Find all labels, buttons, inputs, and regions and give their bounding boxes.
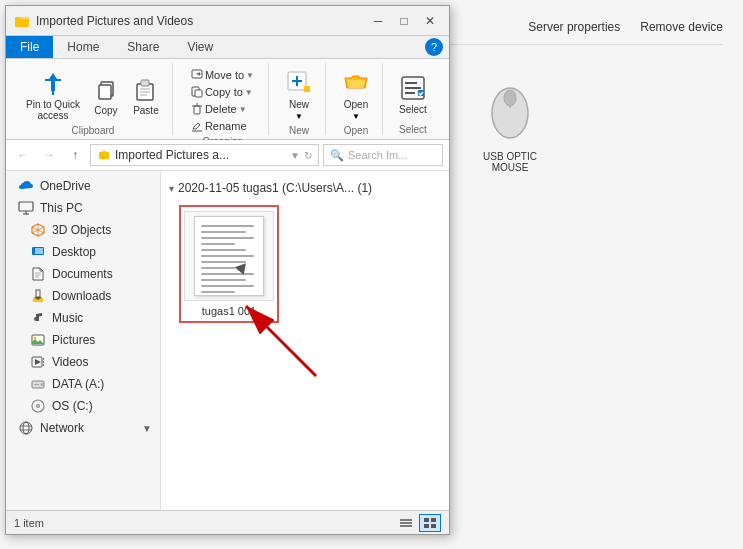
move-to-button[interactable]: Move to ▼ [185, 67, 260, 83]
title-bar-title: Imported Pictures and Videos [36, 14, 367, 28]
copy-button[interactable]: Copy [88, 73, 124, 118]
content-area: OneDrive This PC [6, 171, 449, 510]
open-buttons: Open ▼ [338, 63, 374, 123]
file-name: tugas1 001 [202, 305, 256, 317]
svg-rect-76 [424, 524, 429, 528]
desktop-icon [30, 244, 46, 260]
close-button[interactable]: ✕ [419, 10, 441, 32]
svg-point-7 [504, 90, 516, 106]
sidebar: OneDrive This PC [6, 171, 161, 510]
copy-to-button[interactable]: Copy to ▼ [185, 84, 259, 100]
open-button[interactable]: Open ▼ [338, 67, 374, 123]
svg-rect-50 [36, 290, 40, 297]
tab-view[interactable]: View [173, 36, 227, 58]
forward-button[interactable]: → [38, 144, 60, 166]
device-mouse-label: USB OPTICMOUSE [483, 151, 537, 173]
status-item-count: 1 item [14, 517, 44, 529]
svg-rect-74 [424, 518, 429, 522]
sidebar-item-videos[interactable]: Videos [6, 351, 160, 373]
move-to-label: Move to [205, 69, 244, 81]
file-thumbnail [184, 211, 274, 301]
pictures-icon [30, 332, 46, 348]
svg-rect-75 [431, 518, 436, 522]
pin-quickaccess-button[interactable]: Pin to Quickaccess [22, 67, 84, 123]
3dobjects-icon [30, 222, 46, 238]
file-grid: tugas1 001 [169, 205, 441, 323]
os-drive-label: OS (C:) [52, 399, 93, 413]
new-icon [285, 69, 313, 97]
sidebar-item-3dobjects[interactable]: 3D Objects [6, 219, 160, 241]
sidebar-item-documents[interactable]: Documents [6, 263, 160, 285]
device-mouse[interactable]: USB OPTICMOUSE [450, 75, 570, 173]
thispc-icon [18, 200, 34, 216]
sidebar-item-os-drive[interactable]: OS (C:) [6, 395, 160, 417]
title-bar-controls: ─ □ ✕ [367, 10, 441, 32]
pin-icon [39, 69, 67, 97]
back-button[interactable]: ← [12, 144, 34, 166]
videos-label: Videos [52, 355, 88, 369]
ribbon-group-clipboard: Pin to Quickaccess Copy [14, 63, 173, 135]
tab-share[interactable]: Share [113, 36, 173, 58]
sidebar-item-desktop[interactable]: Desktop [6, 241, 160, 263]
ribbon-content: Pin to Quickaccess Copy [6, 59, 449, 139]
minimize-button[interactable]: ─ [367, 10, 389, 32]
status-bar: 1 item [6, 510, 449, 534]
title-bar: Imported Pictures and Videos ─ □ ✕ [6, 6, 449, 36]
clipboard-label: Clipboard [72, 125, 115, 136]
file-item-tugas1[interactable]: tugas1 001 [179, 205, 279, 323]
sidebar-item-thispc[interactable]: This PC [6, 197, 160, 219]
svg-rect-42 [19, 202, 33, 211]
refresh-button[interactable]: ↻ [304, 150, 312, 161]
up-button[interactable]: ↑ [64, 144, 86, 166]
maximize-button[interactable]: □ [393, 10, 415, 32]
music-label: Music [52, 311, 83, 325]
list-view-button[interactable] [395, 514, 417, 532]
new-button[interactable]: New ▼ [281, 67, 317, 123]
ribbon-group-new: New ▼ New [273, 63, 326, 135]
3dobjects-label: 3D Objects [52, 223, 111, 237]
sidebar-item-network[interactable]: Network ▼ [6, 417, 160, 439]
rename-button[interactable]: Rename [185, 118, 253, 134]
copy-to-label: Copy to [205, 86, 243, 98]
svg-rect-28 [195, 90, 202, 97]
sidebar-item-pictures[interactable]: Pictures [6, 329, 160, 351]
svg-rect-39 [405, 87, 421, 89]
tab-file[interactable]: File [6, 36, 53, 58]
svg-point-65 [20, 422, 32, 434]
help-button[interactable]: ? [425, 38, 443, 56]
rename-label: Rename [205, 120, 247, 132]
search-placeholder: Search Im... [348, 149, 407, 161]
select-button[interactable]: Select [395, 72, 431, 117]
documents-icon [30, 266, 46, 282]
svg-rect-29 [194, 106, 200, 114]
svg-rect-20 [99, 85, 111, 99]
select-buttons: Select [395, 63, 431, 122]
explorer-window: Imported Pictures and Videos ─ □ ✕ File … [5, 5, 450, 535]
videos-icon [30, 354, 46, 370]
new-label: New [289, 99, 309, 110]
sidebar-item-music[interactable]: Music [6, 307, 160, 329]
downloads-label: Downloads [52, 289, 111, 303]
search-box[interactable]: 🔍 Search Im... [323, 144, 443, 166]
sidebar-item-onedrive[interactable]: OneDrive [6, 175, 160, 197]
select-icon [399, 74, 427, 102]
delete-label: Delete [205, 103, 237, 115]
sidebar-item-data-drive[interactable]: DATA (A:) [6, 373, 160, 395]
paste-button[interactable]: Paste [128, 73, 164, 118]
svg-rect-40 [405, 92, 415, 94]
new-group-label: New [289, 125, 309, 136]
tab-home[interactable]: Home [53, 36, 113, 58]
svg-point-64 [37, 405, 39, 407]
svg-marker-55 [35, 359, 41, 365]
address-path[interactable]: Imported Pictures a... ▼ ↻ [90, 144, 319, 166]
remove-device-btn[interactable]: Remove device [640, 20, 723, 34]
sidebar-item-downloads[interactable]: Downloads [6, 285, 160, 307]
paste-label: Paste [133, 105, 159, 116]
paste-icon [132, 75, 160, 103]
details-view-button[interactable] [419, 514, 441, 532]
delete-button[interactable]: Delete ▼ [185, 101, 253, 117]
data-drive-icon [30, 376, 46, 392]
svg-point-60 [41, 383, 44, 386]
server-properties-btn[interactable]: Server properties [528, 20, 620, 34]
new-buttons: New ▼ [281, 63, 317, 123]
